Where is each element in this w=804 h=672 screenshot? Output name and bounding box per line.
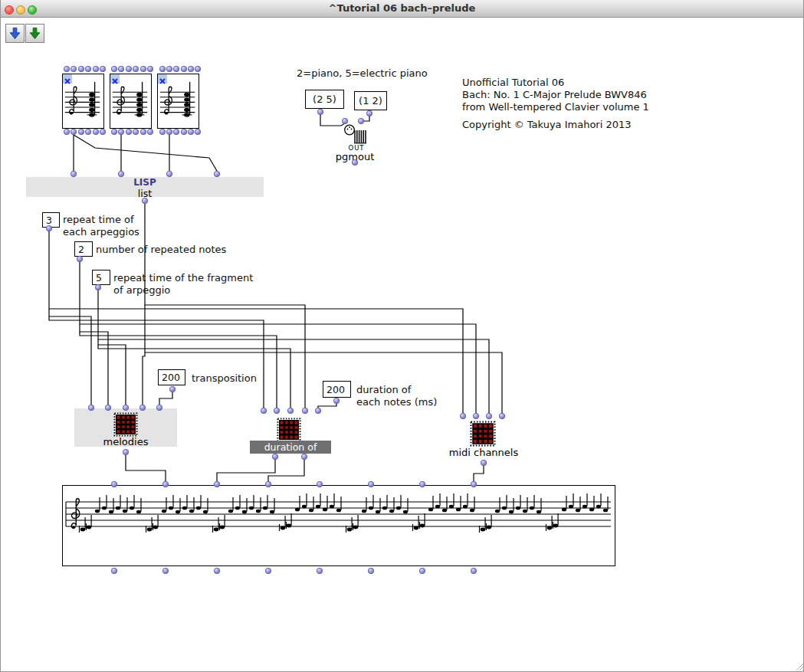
repeat-arpeggio-value-box[interactable]: 3 xyxy=(42,212,60,228)
patch-window: ^Tutorial 06 bach–prelude 2=piano, 5=ele… xyxy=(0,0,804,672)
resize-grip-icon[interactable] xyxy=(795,663,804,671)
green-down-arrow-button[interactable] xyxy=(25,24,44,43)
repeated-notes-value-box[interactable]: 2 xyxy=(74,241,93,257)
abstraction-chip-icon[interactable] xyxy=(277,418,301,442)
duration-label: duration of each notes (ms) xyxy=(356,384,437,408)
abstraction-chip-icon[interactable] xyxy=(470,421,496,447)
melodies-label: melodies xyxy=(74,436,177,447)
fragment-repeat-value-box[interactable]: 5 xyxy=(92,270,110,285)
titlebar[interactable]: ^Tutorial 06 bach–prelude xyxy=(1,0,803,18)
window-title: ^Tutorial 06 bach–prelude xyxy=(1,2,803,14)
delete-box-icon[interactable] xyxy=(63,74,72,84)
lisp-box-type: LISP xyxy=(26,177,264,188)
midi-channels-label: midi channels xyxy=(448,447,519,458)
chord-editor-box-1[interactable] xyxy=(62,74,104,129)
blue-down-arrow-button[interactable] xyxy=(5,24,25,43)
duration-value-box[interactable]: 200 xyxy=(323,381,351,398)
blue-down-arrow-icon xyxy=(8,26,22,41)
tutorial-info-text: Unofficial Tutorial 06 Bach: No. 1 C-Maj… xyxy=(462,77,649,113)
pgmout-name: pgmout xyxy=(332,151,378,162)
duration-of-notes-label[interactable]: duration of notes xyxy=(250,441,331,454)
green-down-arrow-icon xyxy=(28,26,42,41)
fragment-repeat-label: repeat time of the fragment of arpeggio xyxy=(113,272,253,297)
piano-comment: 2=piano, 5=electric piano xyxy=(297,67,428,79)
delete-box-icon[interactable] xyxy=(110,74,120,84)
repeated-notes-label: number of repeated notes xyxy=(96,244,226,255)
abstraction-chip-icon[interactable] xyxy=(113,412,138,437)
copyright-text: Copyright © Takuya Imahori 2013 xyxy=(462,119,632,130)
pgmout-icon[interactable] xyxy=(343,123,369,146)
lisp-list-box[interactable]: LISP list xyxy=(26,177,264,197)
transposition-label: transposition xyxy=(192,372,257,384)
channels-box[interactable]: (1 2) xyxy=(354,91,387,110)
delete-box-icon[interactable] xyxy=(158,74,167,84)
programs-box[interactable]: (2 5) xyxy=(305,90,344,109)
chord-editor-box-3[interactable] xyxy=(157,74,199,129)
transposition-value-box[interactable]: 200 xyxy=(158,369,185,385)
repeat-arpeggio-label: repeat time of each arpeggios xyxy=(63,214,139,238)
chord-editor-box-2[interactable] xyxy=(110,74,152,129)
score-notation-icon xyxy=(64,486,614,565)
lisp-box-name: list xyxy=(26,188,264,199)
